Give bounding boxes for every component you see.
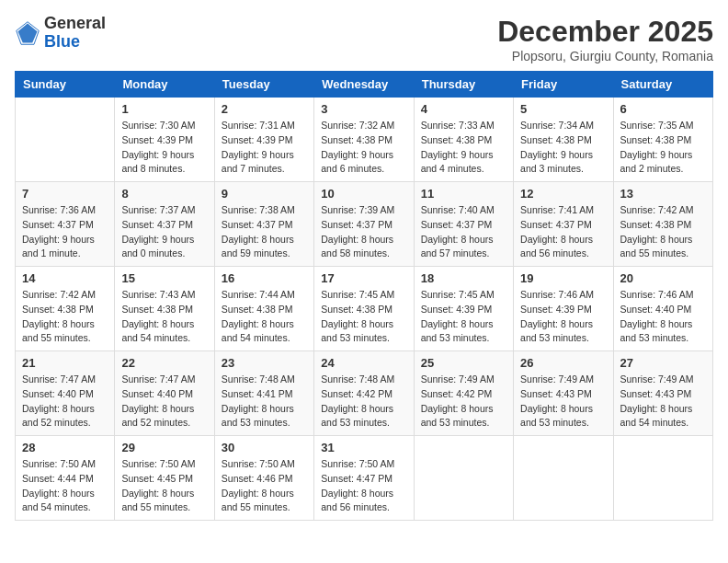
day-cell: 19Sunrise: 7:46 AMSunset: 4:39 PMDayligh…	[514, 267, 613, 351]
day-info: Sunrise: 7:46 AMSunset: 4:40 PMDaylight:…	[620, 288, 706, 346]
day-cell: 23Sunrise: 7:48 AMSunset: 4:41 PMDayligh…	[214, 351, 313, 436]
day-cell	[414, 436, 513, 521]
day-number: 16	[222, 271, 307, 285]
day-cell: 7Sunrise: 7:36 AMSunset: 4:37 PMDaylight…	[16, 182, 115, 267]
day-cell: 26Sunrise: 7:49 AMSunset: 4:43 PMDayligh…	[514, 351, 613, 436]
weekday-header-tuesday: Tuesday	[214, 72, 313, 98]
day-cell: 30Sunrise: 7:50 AMSunset: 4:46 PMDayligh…	[214, 436, 313, 521]
day-info: Sunrise: 7:47 AMSunset: 4:40 PMDaylight:…	[22, 373, 108, 431]
day-number: 26	[520, 356, 606, 370]
day-number: 17	[321, 271, 406, 285]
day-cell: 29Sunrise: 7:50 AMSunset: 4:45 PMDayligh…	[115, 436, 214, 521]
day-info: Sunrise: 7:50 AMSunset: 4:44 PMDaylight:…	[22, 457, 108, 515]
day-cell: 24Sunrise: 7:48 AMSunset: 4:42 PMDayligh…	[314, 351, 414, 436]
day-number: 22	[121, 356, 207, 370]
day-info: Sunrise: 7:48 AMSunset: 4:41 PMDaylight:…	[222, 373, 307, 431]
day-info: Sunrise: 7:30 AMSunset: 4:39 PMDaylight:…	[121, 119, 207, 177]
day-cell: 1Sunrise: 7:30 AMSunset: 4:39 PMDaylight…	[115, 98, 214, 182]
month-year-title: December 2025	[497, 15, 713, 49]
day-number: 31	[321, 441, 406, 454]
day-info: Sunrise: 7:49 AMSunset: 4:43 PMDaylight:…	[520, 373, 606, 431]
day-number: 9	[222, 187, 307, 201]
day-number: 13	[620, 187, 706, 201]
day-number: 12	[520, 187, 606, 201]
day-cell: 21Sunrise: 7:47 AMSunset: 4:40 PMDayligh…	[16, 351, 115, 436]
day-info: Sunrise: 7:38 AMSunset: 4:37 PMDaylight:…	[222, 203, 307, 261]
day-info: Sunrise: 7:32 AMSunset: 4:38 PMDaylight:…	[321, 119, 406, 177]
day-cell: 9Sunrise: 7:38 AMSunset: 4:37 PMDaylight…	[214, 182, 313, 267]
weekday-header-row: SundayMondayTuesdayWednesdayThursdayFrid…	[16, 72, 713, 98]
day-info: Sunrise: 7:50 AMSunset: 4:46 PMDaylight:…	[222, 457, 307, 515]
day-info: Sunrise: 7:48 AMSunset: 4:42 PMDaylight:…	[321, 373, 406, 431]
week-row-2: 7Sunrise: 7:36 AMSunset: 4:37 PMDaylight…	[16, 182, 713, 267]
logo: General Blue	[15, 15, 106, 52]
day-cell: 2Sunrise: 7:31 AMSunset: 4:39 PMDaylight…	[214, 98, 313, 182]
day-number: 6	[620, 102, 706, 116]
day-info: Sunrise: 7:43 AMSunset: 4:38 PMDaylight:…	[121, 288, 207, 346]
logo-general-text: General	[44, 14, 106, 32]
day-cell: 12Sunrise: 7:41 AMSunset: 4:37 PMDayligh…	[514, 182, 613, 267]
svg-marker-0	[18, 23, 38, 42]
day-info: Sunrise: 7:49 AMSunset: 4:42 PMDaylight:…	[421, 373, 506, 431]
day-cell: 8Sunrise: 7:37 AMSunset: 4:37 PMDaylight…	[115, 182, 214, 267]
day-cell: 28Sunrise: 7:50 AMSunset: 4:44 PMDayligh…	[16, 436, 115, 521]
day-cell: 25Sunrise: 7:49 AMSunset: 4:42 PMDayligh…	[414, 351, 513, 436]
day-info: Sunrise: 7:42 AMSunset: 4:38 PMDaylight:…	[620, 203, 706, 261]
day-cell: 22Sunrise: 7:47 AMSunset: 4:40 PMDayligh…	[115, 351, 214, 436]
weekday-header-friday: Friday	[514, 72, 613, 98]
day-number: 11	[421, 187, 506, 201]
day-cell: 3Sunrise: 7:32 AMSunset: 4:38 PMDaylight…	[314, 98, 414, 182]
day-number: 1	[121, 102, 207, 116]
day-cell	[514, 436, 613, 521]
day-cell: 31Sunrise: 7:50 AMSunset: 4:47 PMDayligh…	[314, 436, 414, 521]
day-info: Sunrise: 7:39 AMSunset: 4:37 PMDaylight:…	[321, 203, 406, 261]
day-info: Sunrise: 7:35 AMSunset: 4:38 PMDaylight:…	[620, 119, 706, 177]
day-cell: 16Sunrise: 7:44 AMSunset: 4:38 PMDayligh…	[214, 267, 313, 351]
calendar-table: SundayMondayTuesdayWednesdayThursdayFrid…	[15, 71, 713, 521]
day-number: 3	[321, 102, 406, 116]
day-number: 18	[421, 271, 506, 285]
day-info: Sunrise: 7:31 AMSunset: 4:39 PMDaylight:…	[222, 119, 307, 177]
day-info: Sunrise: 7:34 AMSunset: 4:38 PMDaylight:…	[520, 119, 606, 177]
week-row-5: 28Sunrise: 7:50 AMSunset: 4:44 PMDayligh…	[16, 436, 713, 521]
logo-blue-text: Blue	[44, 32, 80, 51]
day-cell: 11Sunrise: 7:40 AMSunset: 4:37 PMDayligh…	[414, 182, 513, 267]
day-cell: 27Sunrise: 7:49 AMSunset: 4:43 PMDayligh…	[613, 351, 712, 436]
day-info: Sunrise: 7:41 AMSunset: 4:37 PMDaylight:…	[520, 203, 606, 261]
day-number: 2	[222, 102, 307, 116]
weekday-header-sunday: Sunday	[16, 72, 115, 98]
day-info: Sunrise: 7:44 AMSunset: 4:38 PMDaylight:…	[222, 288, 307, 346]
day-cell: 6Sunrise: 7:35 AMSunset: 4:38 PMDaylight…	[613, 98, 712, 182]
day-number: 15	[121, 271, 207, 285]
day-info: Sunrise: 7:49 AMSunset: 4:43 PMDaylight:…	[620, 373, 706, 431]
day-info: Sunrise: 7:45 AMSunset: 4:39 PMDaylight:…	[421, 288, 506, 346]
day-number: 10	[321, 187, 406, 201]
day-number: 14	[22, 271, 108, 285]
week-row-3: 14Sunrise: 7:42 AMSunset: 4:38 PMDayligh…	[16, 267, 713, 351]
day-info: Sunrise: 7:42 AMSunset: 4:38 PMDaylight:…	[22, 288, 108, 346]
weekday-header-thursday: Thursday	[414, 72, 513, 98]
week-row-4: 21Sunrise: 7:47 AMSunset: 4:40 PMDayligh…	[16, 351, 713, 436]
day-number: 19	[520, 271, 606, 285]
day-cell	[16, 98, 115, 182]
day-number: 4	[421, 102, 506, 116]
day-number: 5	[520, 102, 606, 116]
day-number: 27	[620, 356, 706, 370]
title-block: December 2025 Plopsoru, Giurgiu County, …	[497, 15, 713, 63]
day-cell: 18Sunrise: 7:45 AMSunset: 4:39 PMDayligh…	[414, 267, 513, 351]
day-number: 21	[22, 356, 108, 370]
day-info: Sunrise: 7:40 AMSunset: 4:37 PMDaylight:…	[421, 203, 506, 261]
day-number: 7	[22, 187, 108, 201]
weekday-header-saturday: Saturday	[613, 72, 712, 98]
day-cell: 15Sunrise: 7:43 AMSunset: 4:38 PMDayligh…	[115, 267, 214, 351]
day-cell: 17Sunrise: 7:45 AMSunset: 4:38 PMDayligh…	[314, 267, 414, 351]
week-row-1: 1Sunrise: 7:30 AMSunset: 4:39 PMDaylight…	[16, 98, 713, 182]
day-number: 30	[222, 441, 307, 454]
day-cell: 13Sunrise: 7:42 AMSunset: 4:38 PMDayligh…	[613, 182, 712, 267]
day-number: 29	[121, 441, 207, 454]
page-header: General Blue December 2025 Plopsoru, Giu…	[15, 15, 713, 63]
day-info: Sunrise: 7:45 AMSunset: 4:38 PMDaylight:…	[321, 288, 406, 346]
day-number: 8	[121, 187, 207, 201]
day-number: 25	[421, 356, 506, 370]
weekday-header-monday: Monday	[115, 72, 214, 98]
